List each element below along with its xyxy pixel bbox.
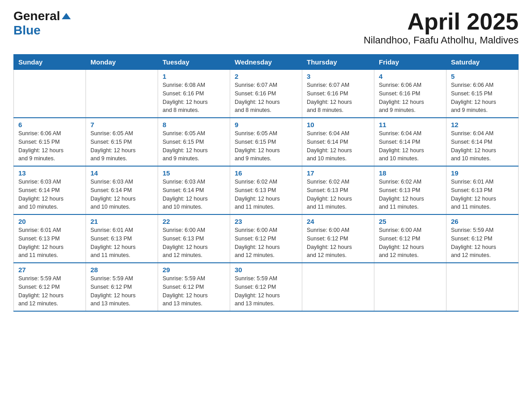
calendar-cell [446, 263, 519, 311]
day-info: Sunrise: 6:08 AMSunset: 6:16 PMDaylight:… [163, 81, 225, 115]
header-sunday: Sunday [14, 55, 86, 70]
day-info: Sunrise: 6:01 AMSunset: 6:13 PMDaylight:… [451, 178, 514, 211]
day-number: 17 [307, 169, 369, 177]
day-number: 28 [90, 266, 153, 274]
day-number: 21 [90, 218, 153, 225]
page-title: April 2025 [364, 9, 519, 34]
calendar-cell: 18Sunrise: 6:02 AMSunset: 6:13 PMDayligh… [374, 166, 446, 214]
day-info: Sunrise: 6:02 AMSunset: 6:13 PMDaylight:… [307, 178, 369, 211]
day-number: 7 [90, 121, 153, 128]
calendar-cell: 15Sunrise: 6:03 AMSunset: 6:14 PMDayligh… [158, 166, 230, 214]
calendar-week-row: 1Sunrise: 6:08 AMSunset: 6:16 PMDaylight… [14, 70, 519, 118]
day-number: 24 [307, 218, 369, 225]
day-number: 10 [307, 121, 369, 128]
header-saturday: Saturday [446, 55, 519, 70]
logo: General Blue [13, 9, 71, 38]
calendar-cell: 3Sunrise: 6:07 AMSunset: 6:16 PMDaylight… [302, 70, 374, 118]
day-info: Sunrise: 5:59 AMSunset: 6:12 PMDaylight:… [451, 226, 514, 260]
calendar-cell: 7Sunrise: 6:05 AMSunset: 6:15 PMDaylight… [86, 118, 158, 166]
header-monday: Monday [86, 55, 158, 70]
calendar-cell: 17Sunrise: 6:02 AMSunset: 6:13 PMDayligh… [302, 166, 374, 214]
day-number: 18 [379, 169, 442, 177]
day-info: Sunrise: 6:04 AMSunset: 6:14 PMDaylight:… [307, 129, 369, 163]
day-number: 11 [379, 121, 442, 128]
day-number: 29 [163, 266, 225, 274]
calendar-cell: 2Sunrise: 6:07 AMSunset: 6:16 PMDaylight… [230, 70, 302, 118]
header-friday: Friday [374, 55, 446, 70]
calendar-header-row: SundayMondayTuesdayWednesdayThursdayFrid… [14, 55, 519, 70]
calendar-week-row: 27Sunrise: 5:59 AMSunset: 6:12 PMDayligh… [14, 263, 519, 311]
calendar-cell: 22Sunrise: 6:00 AMSunset: 6:13 PMDayligh… [158, 214, 230, 263]
day-number: 30 [235, 266, 297, 274]
day-number: 3 [307, 73, 369, 80]
calendar-cell: 5Sunrise: 6:06 AMSunset: 6:15 PMDaylight… [446, 70, 519, 118]
calendar-cell: 9Sunrise: 6:05 AMSunset: 6:15 PMDaylight… [230, 118, 302, 166]
day-info: Sunrise: 6:03 AMSunset: 6:14 PMDaylight:… [18, 178, 81, 211]
calendar-cell: 11Sunrise: 6:04 AMSunset: 6:14 PMDayligh… [374, 118, 446, 166]
calendar-cell: 27Sunrise: 5:59 AMSunset: 6:12 PMDayligh… [14, 263, 86, 311]
calendar-cell: 23Sunrise: 6:00 AMSunset: 6:12 PMDayligh… [230, 214, 302, 263]
calendar-cell: 25Sunrise: 6:00 AMSunset: 6:12 PMDayligh… [374, 214, 446, 263]
day-info: Sunrise: 5:59 AMSunset: 6:12 PMDaylight:… [235, 274, 297, 308]
day-number: 22 [163, 218, 225, 225]
day-info: Sunrise: 6:04 AMSunset: 6:14 PMDaylight:… [379, 129, 442, 163]
day-info: Sunrise: 6:04 AMSunset: 6:14 PMDaylight:… [451, 129, 514, 163]
calendar-cell: 14Sunrise: 6:03 AMSunset: 6:14 PMDayligh… [86, 166, 158, 214]
day-info: Sunrise: 6:05 AMSunset: 6:15 PMDaylight:… [90, 129, 153, 163]
calendar-cell: 28Sunrise: 5:59 AMSunset: 6:12 PMDayligh… [86, 263, 158, 311]
day-info: Sunrise: 6:03 AMSunset: 6:14 PMDaylight:… [90, 178, 153, 211]
calendar-cell: 26Sunrise: 5:59 AMSunset: 6:12 PMDayligh… [446, 214, 519, 263]
header-thursday: Thursday [302, 55, 374, 70]
day-info: Sunrise: 6:03 AMSunset: 6:14 PMDaylight:… [163, 178, 225, 211]
day-number: 5 [451, 73, 514, 80]
day-number: 13 [18, 169, 81, 177]
day-info: Sunrise: 6:00 AMSunset: 6:13 PMDaylight:… [163, 226, 225, 260]
day-info: Sunrise: 6:05 AMSunset: 6:15 PMDaylight:… [235, 129, 297, 163]
day-number: 2 [235, 73, 297, 80]
page-header: General Blue April 2025 Nilandhoo, Faafu… [13, 9, 519, 46]
calendar-cell: 10Sunrise: 6:04 AMSunset: 6:14 PMDayligh… [302, 118, 374, 166]
calendar-cell [86, 70, 158, 118]
day-number: 26 [451, 218, 514, 225]
day-info: Sunrise: 6:02 AMSunset: 6:13 PMDaylight:… [235, 178, 297, 211]
calendar-week-row: 20Sunrise: 6:01 AMSunset: 6:13 PMDayligh… [14, 214, 519, 263]
calendar-cell: 16Sunrise: 6:02 AMSunset: 6:13 PMDayligh… [230, 166, 302, 214]
day-info: Sunrise: 5:59 AMSunset: 6:12 PMDaylight:… [90, 274, 153, 308]
page-subtitle: Nilandhoo, Faafu Atholhu, Maldives [364, 34, 519, 46]
header-wednesday: Wednesday [230, 55, 302, 70]
calendar-cell: 12Sunrise: 6:04 AMSunset: 6:14 PMDayligh… [446, 118, 519, 166]
calendar-cell: 8Sunrise: 6:05 AMSunset: 6:15 PMDaylight… [158, 118, 230, 166]
day-info: Sunrise: 6:07 AMSunset: 6:16 PMDaylight:… [307, 81, 369, 115]
logo-blue: Blue [13, 23, 41, 38]
calendar-cell: 19Sunrise: 6:01 AMSunset: 6:13 PMDayligh… [446, 166, 519, 214]
day-number: 9 [235, 121, 297, 128]
day-info: Sunrise: 6:00 AMSunset: 6:12 PMDaylight:… [307, 226, 369, 260]
day-number: 15 [163, 169, 225, 177]
calendar-week-row: 6Sunrise: 6:06 AMSunset: 6:15 PMDaylight… [14, 118, 519, 166]
calendar-cell: 13Sunrise: 6:03 AMSunset: 6:14 PMDayligh… [14, 166, 86, 214]
calendar-cell: 30Sunrise: 5:59 AMSunset: 6:12 PMDayligh… [230, 263, 302, 311]
calendar-cell: 24Sunrise: 6:00 AMSunset: 6:12 PMDayligh… [302, 214, 374, 263]
day-info: Sunrise: 6:05 AMSunset: 6:15 PMDaylight:… [163, 129, 225, 163]
day-info: Sunrise: 6:01 AMSunset: 6:13 PMDaylight:… [90, 226, 153, 260]
day-number: 20 [18, 218, 81, 225]
calendar-cell [302, 263, 374, 311]
calendar-table: SundayMondayTuesdayWednesdayThursdayFrid… [13, 54, 519, 312]
calendar-cell: 1Sunrise: 6:08 AMSunset: 6:16 PMDaylight… [158, 70, 230, 118]
day-number: 23 [235, 218, 297, 225]
calendar-cell: 4Sunrise: 6:06 AMSunset: 6:16 PMDaylight… [374, 70, 446, 118]
day-number: 12 [451, 121, 514, 128]
day-info: Sunrise: 6:06 AMSunset: 6:15 PMDaylight:… [18, 129, 81, 163]
calendar-week-row: 13Sunrise: 6:03 AMSunset: 6:14 PMDayligh… [14, 166, 519, 214]
day-info: Sunrise: 6:06 AMSunset: 6:16 PMDaylight:… [379, 81, 442, 115]
calendar-cell: 21Sunrise: 6:01 AMSunset: 6:13 PMDayligh… [86, 214, 158, 263]
title-block: April 2025 Nilandhoo, Faafu Atholhu, Mal… [364, 9, 519, 46]
day-info: Sunrise: 5:59 AMSunset: 6:12 PMDaylight:… [163, 274, 225, 308]
calendar-cell [14, 70, 86, 118]
day-number: 1 [163, 73, 225, 80]
day-info: Sunrise: 5:59 AMSunset: 6:12 PMDaylight:… [18, 274, 81, 308]
day-number: 4 [379, 73, 442, 80]
day-info: Sunrise: 6:06 AMSunset: 6:15 PMDaylight:… [451, 81, 514, 115]
day-number: 25 [379, 218, 442, 225]
day-info: Sunrise: 6:00 AMSunset: 6:12 PMDaylight:… [235, 226, 297, 260]
